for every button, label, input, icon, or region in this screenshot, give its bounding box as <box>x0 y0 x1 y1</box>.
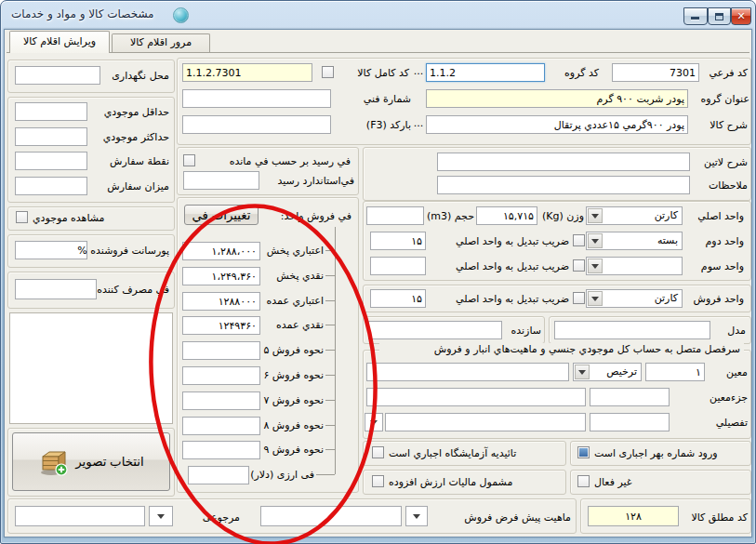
weight-field[interactable] <box>476 206 537 225</box>
price-changes-button[interactable]: تغییرات في <box>184 205 259 225</box>
tafsili-name-field[interactable] <box>385 413 586 431</box>
second-unit-label: واحد دوم <box>684 235 744 248</box>
moein-label: معین <box>709 366 748 379</box>
price-field[interactable] <box>182 341 260 360</box>
notes-field[interactable] <box>437 176 690 194</box>
price-row-label: اعتباري پخش <box>262 245 324 258</box>
price-field[interactable] <box>182 267 260 285</box>
minimize-button[interactable] <box>683 7 708 25</box>
order-amount-label: میزان سفارش <box>91 180 169 193</box>
consumer-price-field[interactable] <box>15 279 97 299</box>
price-row-label: نحوه فروش ۸ <box>262 419 324 432</box>
tree-tick <box>325 250 335 251</box>
dropdown-arrow-icon <box>413 514 420 523</box>
sale-unit-factor-field[interactable] <box>370 289 426 308</box>
tree-tick <box>325 350 335 351</box>
weight-label: وزن (Kg) <box>539 210 584 223</box>
joz-moein-code-field[interactable] <box>590 388 670 406</box>
sale-unit-value: کارتن <box>655 292 678 304</box>
vat-checkbox[interactable] <box>372 475 384 487</box>
default-sale-nature-dropdown-button[interactable] <box>405 506 428 526</box>
lab-approval-checkbox[interactable] <box>372 446 384 458</box>
second-unit-factor-field[interactable] <box>370 232 426 250</box>
receipt-standard-label: في‌استاندارد رسید <box>263 175 354 188</box>
price-field[interactable] <box>182 292 260 311</box>
full-code-checkbox[interactable] <box>322 66 334 78</box>
joz-moein-name-field[interactable] <box>366 388 586 406</box>
maker-field[interactable] <box>368 321 502 339</box>
receipt-by-balance-checkbox[interactable] <box>183 154 195 166</box>
seller-commission-field[interactable] <box>15 241 87 259</box>
absolute-code-field[interactable] <box>588 506 679 526</box>
default-sale-nature-field[interactable] <box>260 506 402 526</box>
price-field[interactable] <box>182 417 260 435</box>
ellipsis-label: ... <box>412 65 425 78</box>
price-field[interactable] <box>182 391 260 410</box>
price-field[interactable] <box>182 316 260 335</box>
dropdown-arrow-icon <box>370 420 378 429</box>
order-point-label: نقطة سفارش <box>91 155 169 168</box>
sub-code-field[interactable] <box>612 63 699 82</box>
app-icon <box>173 7 189 23</box>
main-unit-combobox[interactable]: کارتن <box>586 206 683 225</box>
price-row-label: نقدي پخش <box>262 270 324 283</box>
dropdown-arrow-icon <box>588 259 603 273</box>
tab-edit-items[interactable]: ویرایش اقلام کالا <box>9 31 110 53</box>
maximize-button[interactable] <box>708 7 731 25</box>
group-code-label: کد گروه <box>550 67 599 80</box>
tech-no-field[interactable] <box>182 89 331 108</box>
tab-browse-items[interactable]: مرور اقلام کالا <box>112 33 210 52</box>
batch-number-checkbox[interactable] <box>577 446 590 458</box>
price-row-label: اعتباري عمده <box>262 295 324 308</box>
bottom-left-field[interactable] <box>15 506 145 526</box>
tafsili-dropdown-button[interactable] <box>365 413 383 431</box>
price-field[interactable] <box>188 466 249 484</box>
item-desc-field[interactable] <box>426 115 688 134</box>
second-unit-factor-checkbox[interactable] <box>573 234 585 246</box>
order-point-field[interactable] <box>15 152 87 170</box>
volume-field[interactable] <box>366 206 424 225</box>
third-unit-factor-field[interactable] <box>370 257 426 275</box>
price-field[interactable] <box>182 441 260 459</box>
storage-field[interactable] <box>15 66 100 85</box>
second-unit-combobox[interactable]: بسته <box>586 232 683 250</box>
moein-type-combobox[interactable]: ترخیص <box>573 363 642 381</box>
sub-code-label: کد فرعي <box>701 67 748 80</box>
price-field[interactable] <box>182 366 260 385</box>
main-unit-label: واحد اصلي <box>684 210 744 223</box>
group-code-field[interactable] <box>426 63 545 82</box>
max-stock-label: حداکثر موجودي <box>91 131 169 144</box>
moein-code-field[interactable] <box>645 363 705 381</box>
tree-tick <box>325 375 335 376</box>
tafsili-code-field[interactable] <box>590 413 670 431</box>
moein-name-field[interactable] <box>366 363 569 381</box>
barcode-field[interactable] <box>182 115 331 134</box>
minimize-icon <box>691 17 699 20</box>
close-button[interactable]: ✕ <box>731 7 751 25</box>
sale-unit-factor-checkbox[interactable] <box>573 292 585 304</box>
consumer-price-label: في مصرف کننده <box>100 284 169 297</box>
dropdown-arrow-icon <box>588 208 603 223</box>
min-stock-field[interactable] <box>15 102 87 121</box>
sale-unit-combobox[interactable]: کارتن <box>586 289 683 308</box>
ellipsis-label: ... <box>412 117 425 130</box>
price-field[interactable] <box>182 242 260 260</box>
order-amount-field[interactable] <box>15 177 87 195</box>
latin-desc-field[interactable] <box>437 153 690 171</box>
third-unit-combobox[interactable] <box>586 257 683 275</box>
model-field[interactable] <box>554 321 710 339</box>
default-sale-nature-label: ماهیت پیش فرض فروش <box>435 511 571 524</box>
inactive-checkbox[interactable] <box>577 475 590 487</box>
view-stock-label: مشاهده موجودي <box>33 212 144 225</box>
select-image-button[interactable]: انتخاب تصویر <box>12 432 170 491</box>
group-title-field[interactable] <box>426 89 688 108</box>
volume-label: حجم (m3) <box>426 210 474 223</box>
max-stock-field[interactable] <box>15 127 87 146</box>
returns-label: مرجوعی <box>193 511 240 524</box>
full-code-label: کد کامل کالا <box>335 67 409 80</box>
bottom-left-dropdown-button[interactable] <box>149 506 173 526</box>
third-unit-factor-checkbox[interactable] <box>573 259 585 272</box>
full-code-field[interactable] <box>182 63 312 82</box>
receipt-standard-field[interactable] <box>183 171 259 190</box>
view-stock-checkbox[interactable] <box>16 211 28 223</box>
